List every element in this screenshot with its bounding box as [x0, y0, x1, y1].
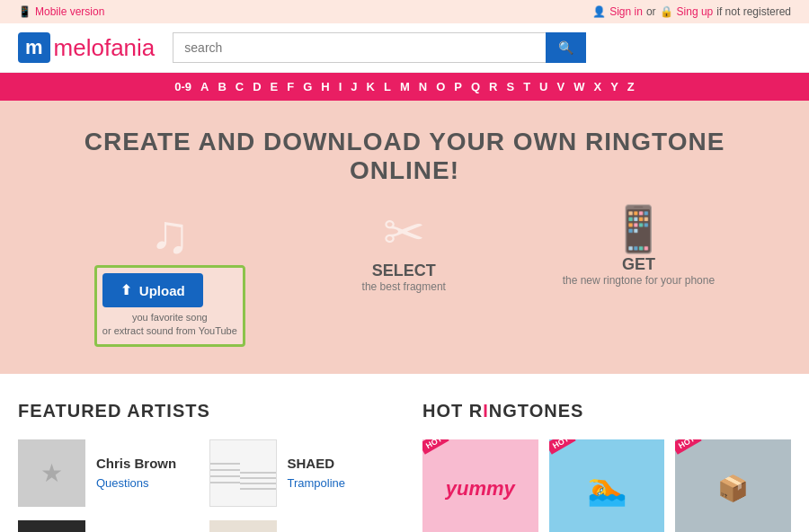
alpha-I[interactable]: I	[339, 80, 342, 93]
auth-links: 👤 Sign in or 🔒 Sing up if not registered	[592, 5, 791, 18]
sign-in-link[interactable]: Sign in	[609, 5, 643, 18]
alpha-R[interactable]: R	[489, 80, 497, 93]
hero-step-get: 📱 GET the new ringtone for your phone	[563, 203, 715, 287]
alpha-Q[interactable]: Q	[471, 80, 480, 93]
alpha-D[interactable]: D	[253, 80, 261, 93]
artist-card: ★ Chris Brown Questions	[18, 439, 196, 507]
hot-badge: HOT	[675, 439, 702, 455]
upload-button[interactable]: ⬆ Upload	[102, 273, 203, 307]
alpha-F[interactable]: F	[287, 80, 294, 93]
hot-badge: HOT	[549, 439, 576, 455]
alpha-S[interactable]: S	[506, 80, 514, 93]
mobile-link-text[interactable]: Mobile version	[35, 5, 104, 18]
alpha-T[interactable]: T	[523, 80, 530, 93]
logo[interactable]: m melofania	[18, 32, 155, 63]
alpha-K[interactable]: K	[367, 80, 375, 93]
top-bar: 📱 Mobile version 👤 Sign in or 🔒 Sing up …	[0, 0, 809, 23]
artist-thumb: 👩	[209, 520, 277, 532]
ringtone-thumb: HOT 🏊	[549, 439, 665, 532]
logo-icon: m	[18, 32, 50, 63]
alpha-0-9[interactable]: 0-9	[174, 80, 191, 93]
artists-grid: ★ Chris Brown Questions SHAED Trampoline…	[18, 439, 387, 532]
hero-steps: ♫ ⬆ Upload you favorite song or extract …	[36, 203, 773, 347]
artist-card: 👤 Justin Bieber Boyfriend	[18, 520, 196, 532]
alpha-U[interactable]: U	[539, 80, 547, 93]
upload-highlight: ⬆ Upload you favorite song or extract so…	[94, 265, 245, 347]
select-label: SELECT	[362, 262, 446, 280]
alpha-X[interactable]: X	[593, 80, 601, 93]
artist-thumb: ★	[18, 439, 85, 507]
hot-badge: HOT	[422, 439, 449, 455]
search-button[interactable]: 🔍	[546, 32, 586, 63]
or-text: or	[646, 5, 656, 18]
ringtones-grid: HOT yummy Yummy Justin Bieber HOT 🏊 10,0…	[422, 439, 791, 532]
hero-title: CREATE AND DOWNLOAD YOUR OWN RINGTONE ON…	[36, 128, 773, 185]
alphabet-nav: 0-9ABCDEFGHIJKLMNOPQRSTUVWXYZ	[0, 73, 809, 101]
lock-icon: 🔒	[660, 5, 673, 18]
featured-artists-title: FEATURED ARTISTS	[18, 401, 387, 421]
artist-song[interactable]: Questions	[96, 476, 149, 490]
alpha-Z[interactable]: Z	[627, 80, 635, 93]
alpha-P[interactable]: P	[454, 80, 462, 93]
alpha-N[interactable]: N	[419, 80, 427, 93]
artist-card: 👩 Selena Gomez Come & Get It	[209, 520, 387, 532]
artist-thumb	[209, 439, 277, 507]
ringtone-thumb: HOT 📦	[675, 439, 791, 532]
not-registered-text: if not registered	[716, 5, 791, 18]
hot-ringtones: HOT RINGTONES HOT yummy Yummy Justin Bie…	[422, 401, 791, 532]
select-desc: the best fragment	[362, 280, 446, 293]
alpha-A[interactable]: A	[200, 80, 209, 93]
alpha-C[interactable]: C	[236, 80, 244, 93]
alpha-O[interactable]: O	[436, 80, 445, 93]
mobile-icon: 📱	[18, 5, 31, 18]
alpha-B[interactable]: B	[218, 80, 226, 93]
hero-section: CREATE AND DOWNLOAD YOUR OWN RINGTONE ON…	[0, 101, 809, 374]
artist-card: SHAED Trampoline	[209, 439, 387, 507]
alpha-V[interactable]: V	[557, 80, 565, 93]
get-label: GET	[563, 255, 715, 274]
upload-icon: ⬆	[120, 282, 132, 298]
hot-i: I	[483, 401, 489, 421]
ringtone-card[interactable]: HOT yummy Yummy Justin Bieber	[422, 439, 538, 532]
hero-step-upload: ♫ ⬆ Upload you favorite song or extract …	[94, 203, 245, 347]
alpha-W[interactable]: W	[573, 80, 584, 93]
alpha-G[interactable]: G	[303, 80, 312, 93]
alpha-J[interactable]: J	[351, 80, 357, 93]
alpha-H[interactable]: H	[321, 80, 329, 93]
search-input[interactable]	[173, 32, 546, 63]
alpha-E[interactable]: E	[271, 80, 279, 93]
artist-thumb: 👤	[18, 520, 85, 532]
main-header: m melofania 🔍	[0, 23, 809, 73]
ringtone-card[interactable]: HOT 📦 Memories Maroon 5	[675, 439, 791, 532]
upload-sub2: or extract sound from YouTube	[102, 325, 237, 336]
phone-icon: 📱	[563, 203, 715, 255]
search-bar: 🔍	[173, 32, 586, 63]
music-note-icon: ♫	[94, 203, 245, 265]
artist-name: Chris Brown	[96, 456, 176, 471]
upload-sub: you favorite song or extract sound from …	[102, 311, 237, 339]
upload-label: Upload	[139, 283, 185, 298]
hot-ringtones-title: HOT RINGTONES	[422, 401, 791, 421]
artist-info: Chris Brown Questions	[96, 456, 176, 491]
hero-step-select: ✂ SELECT the best fragment	[362, 203, 446, 293]
get-desc: the new ringtone for your phone	[563, 274, 715, 287]
artist-name: SHAED	[288, 456, 346, 471]
logo-text: melofania	[54, 34, 156, 62]
user-icon: 👤	[592, 5, 606, 18]
sign-up-link[interactable]: Sing up	[677, 5, 714, 18]
artist-info: SHAED Trampoline	[288, 456, 346, 491]
alpha-Y[interactable]: Y	[610, 80, 618, 93]
alpha-L[interactable]: L	[384, 80, 391, 93]
ringtone-thumb: HOT yummy	[422, 439, 538, 532]
alpha-M[interactable]: M	[400, 80, 410, 93]
mobile-version-link[interactable]: 📱 Mobile version	[18, 5, 104, 18]
scissors-icon: ✂	[362, 203, 446, 262]
main-content: FEATURED ARTISTS ★ Chris Brown Questions…	[0, 374, 809, 532]
featured-artists: FEATURED ARTISTS ★ Chris Brown Questions…	[18, 401, 387, 532]
upload-sub1: you favorite song	[132, 312, 208, 323]
artist-song[interactable]: Trampoline	[288, 476, 346, 490]
ringtone-card[interactable]: HOT 🏊 10,000 Hours Justin Bieber	[549, 439, 665, 532]
